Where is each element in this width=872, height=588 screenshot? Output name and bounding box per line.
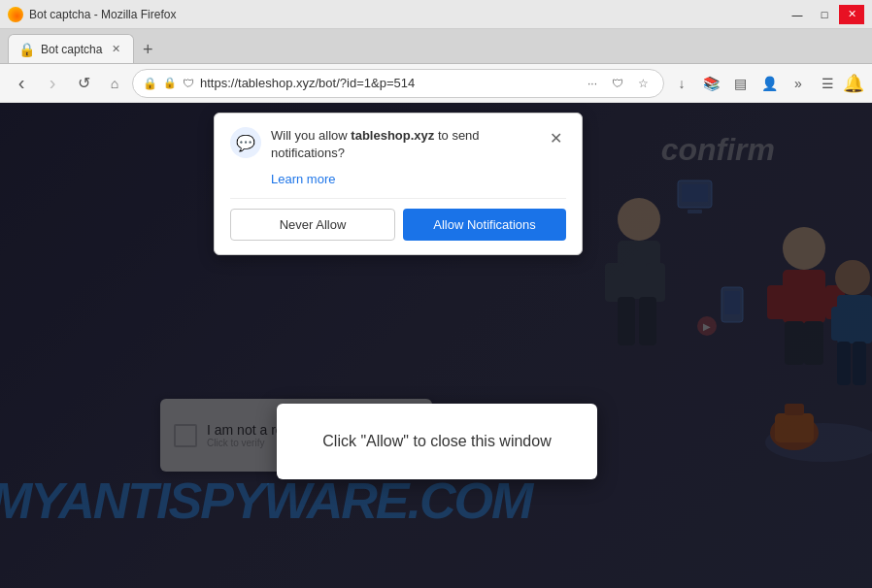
notification-popup-icon: 💬 xyxy=(230,127,261,158)
allow-notifications-button[interactable]: Allow Notifications xyxy=(403,209,566,241)
address-bar[interactable]: 🔒 🔒 🛡 https://tableshop.xyz/bot/?id=1&p=… xyxy=(132,69,664,98)
popup-domain: tableshop.xyz xyxy=(351,128,434,143)
never-allow-button[interactable]: Never Allow xyxy=(230,209,395,241)
more-options-button[interactable]: ··· xyxy=(582,73,603,94)
tab-site-icon: 🔒 xyxy=(18,42,35,57)
message-prefix: Will you allow xyxy=(271,128,351,143)
learn-more-link[interactable]: Learn more xyxy=(271,172,335,186)
firefox-account-button[interactable]: 🛡 xyxy=(607,73,628,94)
popup-header: 💬 Will you allow tableshop.xyz to send n… xyxy=(230,127,566,162)
notification-popup: 💬 Will you allow tableshop.xyz to send n… xyxy=(214,113,583,255)
minimize-button[interactable]: — xyxy=(785,5,810,24)
tab-bar: 🔒 Bot captcha ✕ + xyxy=(0,29,872,64)
nav-bar: ‹ › ↺ ⌂ 🔒 🔒 🛡 https://tableshop.xyz/bot/… xyxy=(0,64,872,103)
sidebar-toggle-button[interactable]: ▤ xyxy=(726,70,754,97)
active-tab[interactable]: 🔒 Bot captcha ✕ xyxy=(8,34,134,63)
menu-button[interactable]: ☰ xyxy=(814,70,841,97)
refresh-button[interactable]: ↺ xyxy=(70,70,97,97)
popup-message: Will you allow tableshop.xyz to send not… xyxy=(271,127,545,162)
new-tab-button[interactable]: + xyxy=(134,36,161,63)
click-allow-popup: Click "Allow" to close this window xyxy=(277,404,597,479)
title-bar-controls: — □ ✕ xyxy=(785,5,864,24)
title-bar: Bot captcha - Mozilla Firefox — □ ✕ xyxy=(0,0,872,29)
tab-close-button[interactable]: ✕ xyxy=(108,42,123,57)
window-title: Bot captcha - Mozilla Firefox xyxy=(29,8,176,21)
maximize-button[interactable]: □ xyxy=(812,5,837,24)
library-button[interactable]: 📚 xyxy=(697,70,724,97)
home-button[interactable]: ⌂ xyxy=(101,70,128,97)
toolbar-right: ↓ 📚 ▤ 👤 » ☰ 🔔 xyxy=(668,70,864,97)
browser-content: confirm xyxy=(0,103,872,588)
sync-button[interactable]: 👤 xyxy=(755,70,783,97)
shield-verify-icon: 🛡 xyxy=(183,77,194,90)
tab-label: Bot captcha xyxy=(41,43,102,56)
extensions-button[interactable]: » xyxy=(785,70,812,97)
notification-icon: 🔔 xyxy=(843,73,864,94)
title-bar-left: Bot captcha - Mozilla Firefox xyxy=(8,7,176,22)
lock-icon: 🔒 xyxy=(163,77,177,89)
firefox-icon xyxy=(8,7,23,22)
url-text: https://tableshop.xyz/bot/?id=1&p=514 xyxy=(200,76,576,90)
popup-close-button[interactable]: ✕ xyxy=(545,127,566,148)
click-allow-text: Click "Allow" to close this window xyxy=(296,433,578,450)
watermark: MYANTISPYWARE.COM xyxy=(0,472,531,530)
chat-icon: 💬 xyxy=(236,134,255,152)
popup-buttons: Never Allow Allow Notifications xyxy=(230,198,566,241)
back-button[interactable]: ‹ xyxy=(8,70,35,97)
bookmark-button[interactable]: ☆ xyxy=(632,73,654,94)
forward-button: › xyxy=(39,70,66,97)
address-bar-actions: ··· 🛡 ☆ xyxy=(582,73,654,94)
close-button[interactable]: ✕ xyxy=(839,5,864,24)
security-icon: 🔒 xyxy=(143,77,157,90)
download-button[interactable]: ↓ xyxy=(668,70,695,97)
